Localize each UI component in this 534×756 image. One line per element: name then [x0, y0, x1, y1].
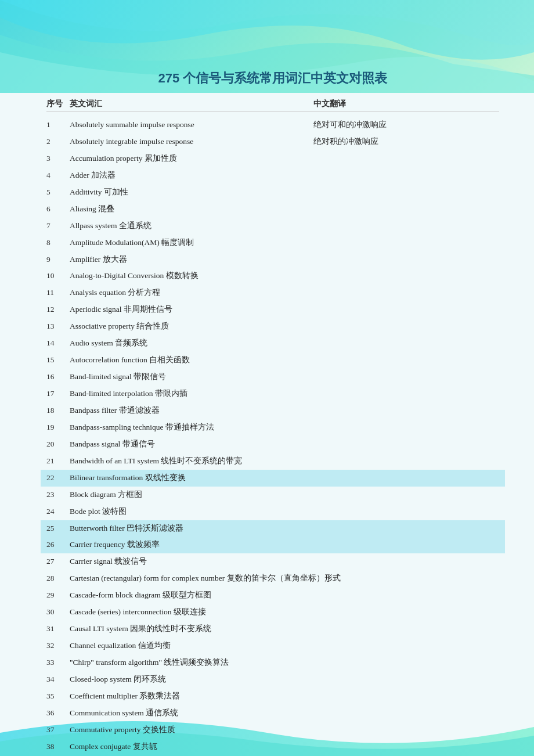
table-row: 5Additivity 可加性	[46, 184, 499, 201]
table-row: 35Coefficient multiplier 系数乘法器	[46, 688, 499, 705]
row-english: Block diagram 方框图	[70, 488, 499, 502]
table-row: 38Complex conjugate 复共轭	[46, 739, 499, 755]
table-row: 9Amplifier 放大器	[46, 251, 499, 268]
row-number: 17	[46, 387, 70, 401]
row-number: 1	[46, 118, 70, 132]
row-chinese: 绝对积的冲激响应	[313, 135, 499, 149]
main-content: 275 个信号与系统常用词汇中英文对照表 序号 英文词汇 中文翻译 1Absol…	[0, 0, 534, 756]
row-english: Butterworth filter 巴特沃斯滤波器	[70, 522, 499, 535]
table-row: 19Bandpass-sampling technique 带通抽样方法	[46, 419, 499, 436]
table-row: 13Associative property 结合性质	[46, 318, 499, 335]
table-row: 14Audio system 音频系统	[46, 335, 499, 352]
row-english: Channel equalization 信道均衡	[70, 639, 499, 653]
table-row: 6Aliasing 混叠	[46, 201, 499, 218]
table-row: 30Cascade (series) interconnection 级联连接	[46, 604, 499, 621]
row-english: Amplifier 放大器	[70, 253, 499, 267]
row-english: Commutative property 交换性质	[70, 723, 499, 737]
row-english: Bandpass filter 带通滤波器	[70, 404, 499, 417]
table-row: 1Absolutely summable impulse response绝对可…	[46, 117, 499, 134]
row-english: Audio system 音频系统	[70, 337, 499, 350]
table-row: 22Bilinear transformation 双线性变换	[41, 470, 505, 487]
row-english: Cascade-form block diagram 级联型方框图	[70, 589, 499, 602]
row-english: Additivity 可加性	[70, 186, 499, 199]
row-number: 10	[46, 269, 70, 283]
table-row: 10Analog-to-Digital Conversion 模数转换	[46, 268, 499, 285]
row-english: Amplitude Modulation(AM) 幅度调制	[70, 236, 499, 250]
table-row: 7Allpass system 全通系统	[46, 218, 499, 235]
header-en: 英文词汇	[70, 99, 313, 109]
table-row: 2Absolutely integrable impulse response绝…	[46, 134, 499, 150]
row-english: Absolutely integrable impulse response	[70, 135, 313, 149]
table-row: 32Channel equalization 信道均衡	[46, 638, 499, 654]
row-number: 23	[46, 488, 70, 502]
row-number: 7	[46, 219, 70, 233]
row-english: Associative property 结合性质	[70, 320, 499, 333]
row-number: 5	[46, 186, 70, 199]
page-title: 275 个信号与系统常用词汇中英文对照表	[46, 70, 499, 87]
row-number: 4	[46, 169, 70, 182]
table-row: 26Carrier frequency 载波频率	[41, 537, 505, 553]
row-number: 21	[46, 455, 70, 468]
row-english: Communication system 通信系统	[70, 707, 499, 720]
row-number: 6	[46, 203, 70, 216]
table-row: 21Bandwidth of an LTI system 线性时不变系统的带宽	[46, 453, 499, 470]
table-row: 3Accumulation property 累加性质	[46, 150, 499, 167]
row-number: 11	[46, 286, 70, 300]
row-english: Causal LTI system 因果的线性时不变系统	[70, 622, 499, 636]
row-number: 31	[46, 622, 70, 636]
table-row: 34Closed-loop system 闭环系统	[46, 671, 499, 688]
row-number: 20	[46, 438, 70, 451]
row-english: Coefficient multiplier 系数乘法器	[70, 690, 499, 703]
row-english: Cartesian (rectangular) form for complex…	[70, 572, 499, 585]
row-english: Autocorrelation function 自相关函数	[70, 354, 499, 367]
row-english: Allpass system 全通系统	[70, 219, 499, 233]
row-english: Cascade (series) interconnection 级联连接	[70, 606, 499, 619]
row-english: Carrier signal 载波信号	[70, 555, 499, 568]
row-english: Bilinear transformation 双线性变换	[70, 471, 499, 485]
table-row: 36Communication system 通信系统	[46, 705, 499, 722]
row-number: 38	[46, 740, 70, 754]
row-number: 3	[46, 152, 70, 165]
row-number: 2	[46, 135, 70, 149]
row-number: 36	[46, 707, 70, 720]
row-english: Aliasing 混叠	[70, 203, 499, 216]
table-row: 27Carrier signal 载波信号	[46, 553, 499, 570]
row-english: Accumulation property 累加性质	[70, 152, 499, 165]
table-row: 17Band-limited interpolation 带限内插	[46, 386, 499, 402]
row-number: 34	[46, 673, 70, 686]
row-english: Bandpass signal 带通信号	[70, 438, 499, 451]
table-row: 20Bandpass signal 带通信号	[46, 436, 499, 453]
table-row: 8Amplitude Modulation(AM) 幅度调制	[46, 235, 499, 251]
row-number: 25	[46, 522, 70, 535]
table-row: 16Band-limited signal 带限信号	[46, 369, 499, 386]
row-english: Adder 加法器	[70, 169, 499, 182]
row-number: 28	[46, 572, 70, 585]
row-number: 26	[46, 538, 70, 552]
table-row: 29Cascade-form block diagram 级联型方框图	[46, 587, 499, 604]
table-row: 18Bandpass filter 带通滤波器	[46, 402, 499, 419]
table-row: 31Causal LTI system 因果的线性时不变系统	[46, 621, 499, 638]
row-number: 15	[46, 354, 70, 367]
row-number: 27	[46, 555, 70, 568]
row-english: Complex conjugate 复共轭	[70, 740, 499, 754]
row-english: Analysis equation 分析方程	[70, 286, 499, 300]
row-number: 8	[46, 236, 70, 250]
row-number: 16	[46, 370, 70, 384]
row-english: Bandwidth of an LTI system 线性时不变系统的带宽	[70, 455, 499, 468]
row-number: 32	[46, 639, 70, 653]
row-number: 13	[46, 320, 70, 333]
row-number: 12	[46, 303, 70, 316]
row-english: Bode plot 波特图	[70, 505, 499, 519]
table-row: 37Commutative property 交换性质	[46, 722, 499, 739]
row-number: 24	[46, 505, 70, 519]
row-english: "Chirp" transform algorithm" 线性调频变换算法	[70, 656, 499, 669]
row-chinese: 绝对可和的冲激响应	[313, 118, 499, 132]
row-number: 30	[46, 606, 70, 619]
row-number: 18	[46, 404, 70, 417]
row-english: Aperiodic signal 非周期性信号	[70, 303, 499, 316]
row-number: 35	[46, 690, 70, 703]
table-row: 33"Chirp" transform algorithm" 线性调频变换算法	[46, 654, 499, 671]
table-row: 28Cartesian (rectangular) form for compl…	[46, 570, 499, 587]
row-english: Analog-to-Digital Conversion 模数转换	[70, 269, 499, 283]
row-english: Absolutely summable impulse response	[70, 118, 313, 132]
